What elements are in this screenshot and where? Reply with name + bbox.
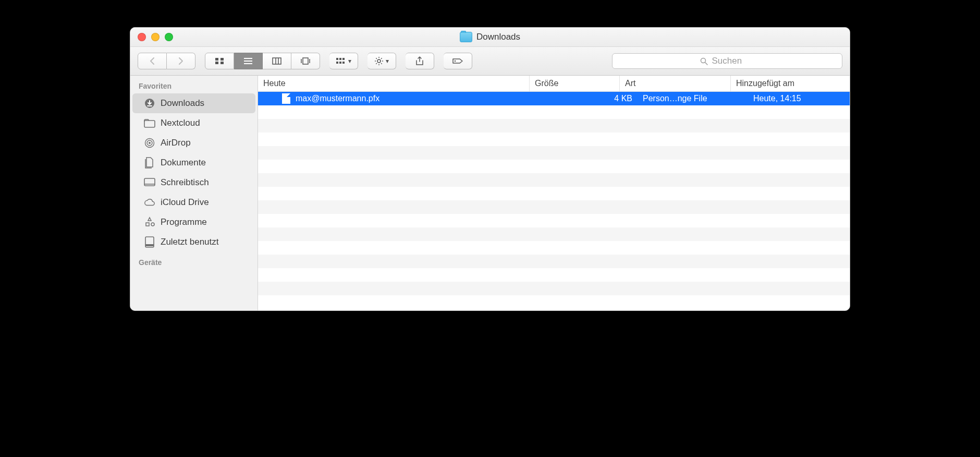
file-list: Heute Größe Art Hinzugefügt am max@muste… bbox=[258, 76, 850, 310]
sidebar-item-label: Zuletzt benutzt bbox=[161, 237, 219, 247]
file-name: max@mustermann.pfx bbox=[296, 94, 379, 103]
tag-icon bbox=[452, 57, 463, 65]
empty-row bbox=[258, 119, 850, 133]
svg-point-28 bbox=[455, 61, 456, 62]
svg-rect-0 bbox=[215, 58, 218, 61]
sidebar-item-recent[interactable]: Zuletzt benutzt bbox=[132, 232, 255, 252]
svg-rect-13 bbox=[336, 58, 338, 60]
folder-icon bbox=[460, 32, 472, 42]
svg-line-26 bbox=[376, 63, 376, 64]
svg-line-24 bbox=[376, 58, 376, 58]
empty-row bbox=[258, 227, 850, 241]
svg-line-25 bbox=[381, 63, 382, 64]
toolbar: ▾ ▾ bbox=[130, 47, 850, 76]
file-icon bbox=[282, 93, 290, 104]
empty-row bbox=[258, 133, 850, 146]
sidebar-item-nextcloud[interactable]: Nextcloud bbox=[132, 113, 255, 133]
view-gallery-button[interactable] bbox=[291, 53, 320, 69]
view-icons-button[interactable] bbox=[205, 53, 234, 69]
svg-rect-3 bbox=[220, 62, 224, 64]
svg-rect-1 bbox=[220, 58, 224, 61]
sidebar-item-label: Nextcloud bbox=[161, 118, 200, 128]
recent-icon bbox=[144, 236, 155, 248]
sidebar-item-label: Programme bbox=[161, 217, 207, 227]
share-icon bbox=[415, 56, 424, 66]
back-button[interactable] bbox=[138, 53, 167, 69]
file-row[interactable]: max@mustermann.pfx 4 KB Person…nge File … bbox=[258, 92, 850, 105]
arrange-button[interactable]: ▾ bbox=[329, 53, 358, 69]
svg-rect-15 bbox=[342, 58, 345, 60]
column-header-name[interactable]: Heute bbox=[258, 76, 529, 91]
svg-point-34 bbox=[149, 142, 151, 144]
chevron-left-icon bbox=[149, 57, 155, 65]
columns-icon bbox=[272, 57, 281, 65]
sidebar-item-airdrop[interactable]: AirDrop bbox=[132, 133, 255, 153]
svg-rect-16 bbox=[336, 62, 338, 64]
sidebar-item-icloud[interactable]: iCloud Drive bbox=[132, 193, 255, 212]
svg-rect-2 bbox=[215, 62, 218, 64]
download-icon bbox=[144, 98, 155, 109]
sidebar-item-label: Dokumente bbox=[161, 158, 206, 168]
zoom-icon[interactable] bbox=[165, 33, 173, 41]
column-header-size[interactable]: Größe bbox=[529, 76, 619, 91]
empty-row bbox=[258, 241, 850, 255]
empty-row bbox=[258, 146, 850, 160]
sidebar-item-downloads[interactable]: Downloads bbox=[132, 93, 255, 113]
documents-icon bbox=[144, 157, 155, 169]
column-header-kind[interactable]: Art bbox=[619, 76, 730, 91]
gallery-icon bbox=[301, 57, 310, 65]
svg-point-19 bbox=[377, 59, 381, 63]
empty-row bbox=[258, 255, 850, 268]
svg-line-30 bbox=[705, 63, 707, 65]
search-field[interactable] bbox=[612, 53, 842, 69]
file-name-cell: max@mustermann.pfx bbox=[258, 92, 548, 105]
grid-icon bbox=[215, 57, 224, 65]
file-date: Heute, 14:15 bbox=[748, 92, 850, 105]
empty-row bbox=[258, 173, 850, 187]
minimize-icon[interactable] bbox=[151, 33, 160, 41]
traffic-lights bbox=[130, 33, 173, 41]
folder-icon bbox=[144, 117, 155, 129]
sidebar-item-apps[interactable]: Programme bbox=[132, 212, 255, 232]
empty-row bbox=[258, 105, 850, 119]
desktop-icon bbox=[144, 177, 155, 188]
sidebar-item-desktop[interactable]: Schreibtisch bbox=[132, 173, 255, 193]
chevron-down-icon: ▾ bbox=[386, 57, 389, 65]
column-headers: Heute Größe Art Hinzugefügt am bbox=[258, 76, 850, 92]
sidebar-heading-favorites: Favoriten bbox=[130, 76, 258, 93]
sidebar-item-documents[interactable]: Dokumente bbox=[132, 153, 255, 173]
svg-rect-6 bbox=[244, 63, 252, 64]
titlebar: Downloads bbox=[130, 28, 850, 47]
svg-rect-10 bbox=[303, 58, 308, 64]
cloud-icon bbox=[144, 197, 155, 208]
svg-rect-18 bbox=[342, 62, 345, 64]
finder-window: Downloads bbox=[130, 27, 850, 311]
column-header-date[interactable]: Hinzugefügt am bbox=[730, 76, 850, 91]
chevron-right-icon bbox=[178, 57, 184, 65]
sidebar-item-label: iCloud Drive bbox=[161, 197, 209, 208]
share-button[interactable] bbox=[406, 53, 434, 69]
svg-rect-33 bbox=[144, 121, 155, 127]
view-buttons bbox=[205, 53, 320, 69]
tags-button[interactable] bbox=[444, 53, 472, 69]
apps-icon bbox=[144, 217, 155, 228]
action-button[interactable]: ▾ bbox=[368, 53, 396, 69]
rows-container: max@mustermann.pfx 4 KB Person…nge File … bbox=[258, 92, 850, 310]
view-list-button[interactable] bbox=[234, 53, 263, 69]
svg-rect-17 bbox=[339, 62, 341, 64]
sidebar-heading-devices: Geräte bbox=[130, 252, 258, 270]
airdrop-icon bbox=[144, 137, 155, 149]
empty-row bbox=[258, 214, 850, 227]
file-kind: Person…nge File bbox=[638, 92, 748, 105]
arrange-icon bbox=[336, 57, 346, 65]
window-title: Downloads bbox=[130, 32, 850, 42]
close-icon[interactable] bbox=[138, 33, 146, 41]
view-columns-button[interactable] bbox=[263, 53, 291, 69]
search-icon bbox=[700, 57, 708, 65]
empty-row bbox=[258, 200, 850, 214]
sidebar-item-label: AirDrop bbox=[161, 138, 191, 148]
empty-row bbox=[258, 160, 850, 173]
forward-button[interactable] bbox=[167, 53, 195, 69]
search-input[interactable] bbox=[711, 55, 755, 67]
svg-rect-7 bbox=[273, 58, 281, 64]
